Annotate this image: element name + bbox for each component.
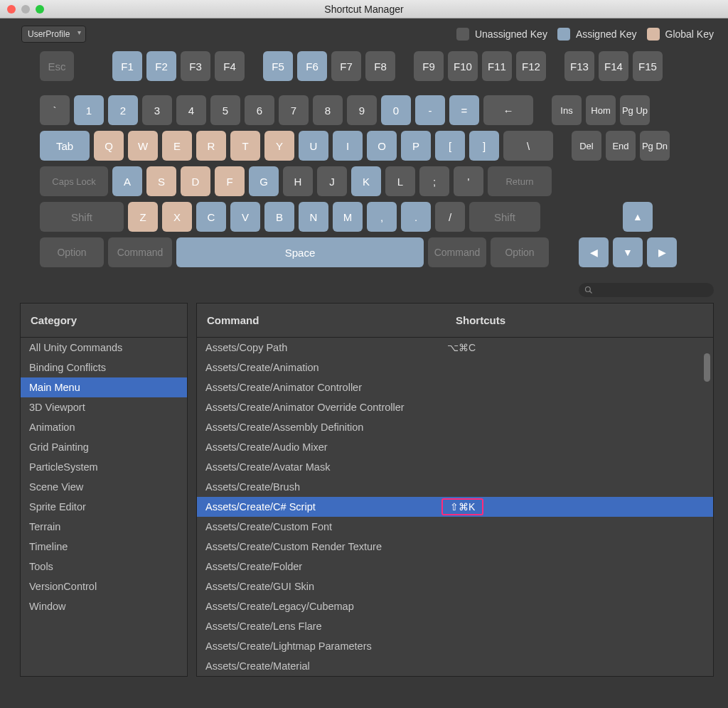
scroll-thumb[interactable] (704, 353, 710, 382)
command-item[interactable]: Assets/Create/Custom Render Texture (197, 537, 713, 557)
key--[interactable]: [ (435, 131, 465, 161)
key-s[interactable]: S (146, 166, 176, 196)
key--[interactable]: ◀ (579, 237, 609, 267)
command-item[interactable]: Assets/Create/Assembly Definition (197, 417, 713, 437)
key-x[interactable]: X (162, 202, 192, 232)
key-f[interactable]: F (215, 166, 245, 196)
key--[interactable]: ▶ (647, 237, 677, 267)
key-return[interactable]: Return (488, 166, 552, 196)
key-5[interactable]: 5 (210, 95, 240, 125)
key-a[interactable]: A (112, 166, 142, 196)
key-esc[interactable]: Esc (40, 51, 74, 81)
category-item[interactable]: Sprite Editor (21, 497, 187, 517)
key-o[interactable]: O (367, 131, 397, 161)
key-0[interactable]: 0 (381, 95, 411, 125)
command-item[interactable]: Assets/Copy Path⌥⌘C (197, 338, 713, 358)
key-end[interactable]: End (606, 131, 636, 161)
command-item[interactable]: Assets/Create/Avatar Mask (197, 457, 713, 477)
key-j[interactable]: J (317, 166, 347, 196)
key-m[interactable]: M (333, 202, 363, 232)
key--[interactable]: ' (454, 166, 483, 196)
key-f7[interactable]: F7 (331, 51, 361, 81)
key-b[interactable]: B (264, 202, 294, 232)
key-del[interactable]: Del (572, 131, 601, 161)
key--[interactable]: ` (40, 95, 70, 125)
command-item[interactable]: Assets/Create/Folder (197, 557, 713, 576)
command-item[interactable]: Assets/Create/Legacy/Cubemap (197, 596, 713, 616)
key-3[interactable]: 3 (142, 95, 172, 125)
key-2[interactable]: 2 (108, 95, 138, 125)
key-1[interactable]: 1 (74, 95, 104, 125)
key-f9[interactable]: F9 (414, 51, 444, 81)
key--[interactable]: - (415, 95, 445, 125)
key--[interactable]: ; (419, 166, 449, 196)
category-item[interactable]: Main Menu (21, 377, 187, 397)
key-shift[interactable]: Shift (40, 202, 124, 232)
key-pg-up[interactable]: Pg Up (620, 95, 650, 125)
key--[interactable]: ▲ (623, 202, 653, 232)
key-option[interactable]: Option (40, 237, 104, 267)
key-f15[interactable]: F15 (633, 51, 663, 81)
key-u[interactable]: U (299, 131, 328, 161)
category-item[interactable]: 3D Viewport (21, 397, 187, 417)
key--[interactable]: ▼ (613, 237, 643, 267)
command-item[interactable]: Assets/Create/Lightmap Parameters (197, 636, 713, 656)
key--[interactable]: . (401, 202, 431, 232)
category-item[interactable]: Binding Conflicts (21, 358, 187, 377)
category-item[interactable]: Grid Painting (21, 437, 187, 457)
command-item[interactable]: Assets/Create/Brush (197, 477, 713, 497)
key-f2[interactable]: F2 (146, 51, 176, 81)
command-item[interactable]: Assets/Create/C# Script⇧⌘K (197, 497, 713, 517)
key--[interactable]: , (367, 202, 397, 232)
category-item[interactable]: All Unity Commands (21, 338, 187, 358)
key-ins[interactable]: Ins (552, 95, 582, 125)
key--[interactable]: ] (469, 131, 499, 161)
key-6[interactable]: 6 (245, 95, 274, 125)
command-item[interactable]: Assets/Create/Lens Flare (197, 616, 713, 636)
key-w[interactable]: W (128, 131, 158, 161)
key-command[interactable]: Command (428, 237, 486, 267)
key-c[interactable]: C (196, 202, 226, 232)
key--[interactable]: = (449, 95, 479, 125)
category-item[interactable]: Animation (21, 417, 187, 437)
key-l[interactable]: L (385, 166, 415, 196)
key-space[interactable]: Space (176, 237, 424, 267)
key-d[interactable]: D (181, 166, 210, 196)
key-q[interactable]: Q (94, 131, 124, 161)
category-item[interactable]: VersionControl (21, 576, 187, 596)
category-item[interactable]: Scene View (21, 477, 187, 497)
key-4[interactable]: 4 (176, 95, 206, 125)
key-f6[interactable]: F6 (297, 51, 327, 81)
key-f5[interactable]: F5 (263, 51, 293, 81)
command-item[interactable]: Assets/Create/Animator Override Controll… (197, 397, 713, 417)
search-input[interactable] (579, 283, 714, 297)
key-g[interactable]: G (249, 166, 279, 196)
category-item[interactable]: Tools (21, 557, 187, 576)
key-e[interactable]: E (162, 131, 192, 161)
category-item[interactable]: Window (21, 596, 187, 616)
key-f4[interactable]: F4 (215, 51, 245, 81)
key-f8[interactable]: F8 (365, 51, 395, 81)
key-p[interactable]: P (401, 131, 431, 161)
command-item[interactable]: Assets/Create/GUI Skin (197, 576, 713, 596)
command-item[interactable]: Assets/Create/Material (197, 656, 713, 676)
key-y[interactable]: Y (264, 131, 294, 161)
command-item[interactable]: Assets/Create/Animation (197, 358, 713, 377)
command-item[interactable]: Assets/Create/Custom Font (197, 517, 713, 537)
key--[interactable]: \ (503, 131, 553, 161)
command-scrollbar[interactable] (703, 339, 710, 672)
category-item[interactable]: Terrain (21, 517, 187, 537)
key-option[interactable]: Option (491, 237, 549, 267)
key-f1[interactable]: F1 (112, 51, 142, 81)
command-item[interactable]: Assets/Create/Audio Mixer (197, 437, 713, 457)
key--[interactable]: / (435, 202, 465, 232)
key-z[interactable]: Z (128, 202, 158, 232)
key-tab[interactable]: Tab (40, 131, 90, 161)
key-pg-dn[interactable]: Pg Dn (640, 131, 670, 161)
profile-dropdown[interactable]: UserProfile (21, 26, 86, 43)
key-f14[interactable]: F14 (599, 51, 628, 81)
key-n[interactable]: N (299, 202, 328, 232)
key-f11[interactable]: F11 (482, 51, 512, 81)
key--[interactable]: ← (483, 95, 533, 125)
key-h[interactable]: H (283, 166, 313, 196)
